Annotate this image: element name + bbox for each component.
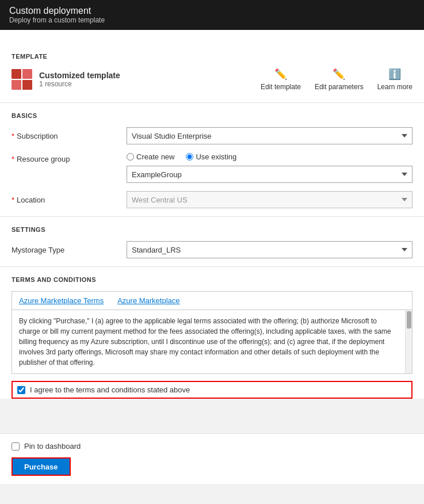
subscription-select[interactable]: Visual Studio Enterprise [127, 127, 412, 144]
subscription-required: * [12, 132, 14, 140]
resource-group-select[interactable]: ExampleGroup [127, 166, 412, 183]
location-label: *Location [12, 196, 127, 204]
page-title: Custom deployment [9, 6, 415, 16]
use-existing-radio[interactable] [186, 153, 193, 161]
pin-checkbox[interactable] [12, 442, 20, 450]
tab-azure-marketplace-terms[interactable]: Azure Marketplace Terms [12, 292, 110, 310]
template-icon [12, 69, 32, 90]
resource-group-control: Create new Use existing ExampleGroup [127, 152, 412, 183]
subscription-label: *Subscription [12, 132, 127, 140]
settings-section-header: SETTINGS [12, 226, 412, 233]
terms-content-wrapper: By clicking "Purchase," I (a) agree to t… [12, 310, 412, 373]
template-divider [0, 102, 424, 103]
location-row: *Location West Central US [12, 191, 412, 208]
settings-divider [0, 266, 424, 267]
basics-divider [0, 216, 424, 217]
bottom-section: Pin to dashboard Purchase [0, 433, 424, 484]
edit-template-label: Edit template [261, 83, 301, 91]
terms-checkbox-label: I agree to the terms and conditions stat… [30, 385, 190, 394]
tab-azure-marketplace[interactable]: Azure Marketplace [110, 292, 186, 310]
template-section: Customized template 1 resource ✏️ Edit t… [12, 68, 412, 91]
mystorage-control: Standard_LRS [127, 241, 412, 258]
use-existing-label: Use existing [196, 152, 236, 161]
edit-template-button[interactable]: ✏️ Edit template [261, 68, 301, 91]
template-name: Customized template [39, 71, 120, 80]
location-required: * [12, 196, 14, 204]
edit-template-icon: ✏️ [274, 68, 287, 81]
resource-group-label: *Resource group [12, 152, 127, 163]
learn-more-button[interactable]: ℹ️ Learn more [377, 68, 412, 91]
pin-label: Pin to dashboard [24, 442, 81, 450]
settings-section: SETTINGS Mystorage Type Standard_LRS [12, 226, 412, 258]
resource-group-row: *Resource group Create new Use existing … [12, 152, 412, 183]
create-new-option[interactable]: Create new [127, 152, 174, 161]
template-section-header: TEMPLATE [12, 53, 412, 60]
edit-parameters-label: Edit parameters [315, 83, 364, 91]
resource-group-required: * [12, 155, 14, 163]
mystorage-row: Mystorage Type Standard_LRS [12, 241, 412, 258]
template-resources: 1 resource [39, 80, 120, 88]
header: Custom deployment Deploy from a custom t… [0, 0, 424, 30]
basics-section-header: BASICS [12, 112, 412, 119]
terms-box: Azure Marketplace Terms Azure Marketplac… [12, 291, 412, 374]
location-control: West Central US [127, 191, 412, 208]
resource-group-radio-group: Create new Use existing [127, 152, 412, 161]
terms-text-content: By clicking "Purchase," I (a) agree to t… [19, 317, 391, 366]
scrollbar-thumb [407, 311, 411, 329]
terms-scrollbar[interactable] [405, 310, 412, 373]
terms-tabs: Azure Marketplace Terms Azure Marketplac… [12, 292, 412, 310]
subscription-control: Visual Studio Enterprise [127, 127, 412, 144]
use-existing-option[interactable]: Use existing [186, 152, 236, 161]
learn-more-icon: ℹ️ [388, 68, 401, 81]
main-content: TEMPLATE Customized template 1 resource … [0, 30, 424, 399]
page-subtitle: Deploy from a custom template [9, 16, 415, 24]
create-new-label: Create new [136, 152, 174, 161]
terms-text: By clicking "Purchase," I (a) agree to t… [12, 310, 405, 373]
edit-parameters-icon: ✏️ [333, 68, 345, 81]
template-actions: ✏️ Edit template ✏️ Edit parameters ℹ️ L… [261, 68, 412, 91]
terms-checkbox[interactable] [17, 386, 25, 394]
purchase-button[interactable]: Purchase [12, 457, 71, 476]
subscription-row: *Subscription Visual Studio Enterprise [12, 127, 412, 144]
edit-parameters-button[interactable]: ✏️ Edit parameters [315, 68, 364, 91]
learn-more-label: Learn more [377, 83, 412, 91]
create-new-radio[interactable] [127, 153, 134, 161]
mystorage-select[interactable]: Standard_LRS [127, 241, 412, 258]
pin-row: Pin to dashboard [12, 442, 412, 450]
terms-section: TERMS AND CONDITIONS Azure Marketplace T… [12, 276, 412, 399]
template-left: Customized template 1 resource [12, 69, 120, 90]
terms-checkbox-row: I agree to the terms and conditions stat… [12, 381, 412, 399]
mystorage-label: Mystorage Type [12, 246, 127, 254]
location-select[interactable]: West Central US [127, 191, 412, 208]
terms-section-header: TERMS AND CONDITIONS [12, 276, 412, 283]
template-info: Customized template 1 resource [39, 71, 120, 88]
